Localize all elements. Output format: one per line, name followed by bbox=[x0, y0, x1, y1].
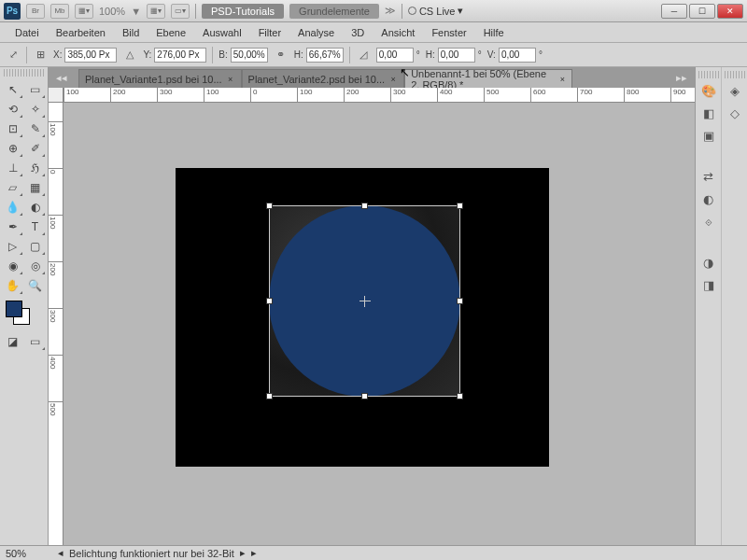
artboard[interactable] bbox=[176, 168, 549, 467]
angle-input[interactable] bbox=[376, 48, 414, 63]
tab-scroll-left[interactable]: ◂◂ bbox=[49, 67, 75, 88]
menu-fenster[interactable]: Fenster bbox=[424, 24, 473, 41]
workspace-grundelemente[interactable]: Grundelemente bbox=[289, 4, 379, 19]
status-menu-icon[interactable]: ▸ bbox=[251, 547, 257, 559]
menu-bearbeiten[interactable]: Bearbeiten bbox=[49, 24, 113, 41]
color-swatches[interactable] bbox=[0, 297, 48, 330]
styles-panel-icon[interactable]: ▣ bbox=[698, 125, 719, 146]
delta-icon[interactable]: △ bbox=[122, 48, 137, 63]
transform-handle-br[interactable] bbox=[457, 393, 463, 399]
panel-handle[interactable] bbox=[725, 71, 745, 78]
lasso-tool[interactable]: ⟲ bbox=[2, 100, 23, 119]
transform-center-icon[interactable] bbox=[359, 296, 371, 307]
horizontal-ruler[interactable]: 1002003001000100200300400500600700800900… bbox=[63, 88, 695, 103]
panel-handle[interactable] bbox=[4, 69, 44, 77]
3d-camera-tool[interactable]: ◎ bbox=[24, 257, 46, 275]
status-nav-right-icon[interactable]: ▸ bbox=[240, 547, 246, 559]
eyedropper-tool[interactable]: ✎ bbox=[24, 119, 46, 138]
zoom-dropdown-icon[interactable]: ▼ bbox=[131, 6, 141, 17]
close-button[interactable]: ✕ bbox=[717, 4, 743, 19]
menu-analyse[interactable]: Analyse bbox=[290, 24, 342, 41]
path-select-tool[interactable]: ▷ bbox=[2, 237, 23, 256]
shape-tool[interactable]: ▢ bbox=[24, 237, 46, 256]
tab-close-icon[interactable]: × bbox=[559, 75, 567, 84]
screenmode-toggle[interactable]: ▭ bbox=[24, 332, 46, 351]
paths-panel-icon[interactable]: ◇ bbox=[725, 103, 745, 123]
dodge-tool[interactable]: ◐ bbox=[24, 198, 46, 217]
transform-handle-bm[interactable] bbox=[361, 393, 368, 399]
panel-handle[interactable] bbox=[698, 71, 719, 78]
marquee-tool[interactable]: ▭ bbox=[24, 80, 46, 99]
tab-unbenannt[interactable]: Unbenannt-1 bei 50% (Ebene 2, RGB/8) *× bbox=[404, 69, 572, 88]
crop-tool[interactable]: ⊡ bbox=[2, 119, 23, 138]
menu-bild[interactable]: Bild bbox=[115, 24, 147, 41]
menu-datei[interactable]: Datei bbox=[7, 24, 47, 41]
color-panel-icon[interactable]: 🎨 bbox=[698, 80, 719, 101]
layers-panel-icon[interactable]: ◈ bbox=[725, 80, 745, 101]
heal-tool[interactable]: ⊕ bbox=[2, 139, 23, 158]
extras-button[interactable]: ▭▾ bbox=[171, 4, 190, 19]
gradient-tool[interactable]: ▦ bbox=[24, 178, 46, 197]
transform-handle-bl[interactable] bbox=[266, 393, 273, 399]
tab-planet2[interactable]: Planet_Variante2.psd bei 10...× bbox=[242, 69, 405, 88]
workspace-psdtutorials[interactable]: PSD-Tutorials bbox=[202, 4, 284, 19]
status-nav-left-icon[interactable]: ◂ bbox=[58, 547, 63, 559]
blur-tool[interactable]: 💧 bbox=[2, 198, 23, 217]
tab-planet1[interactable]: Planet_Variante1.psd bei 10...× bbox=[78, 69, 242, 88]
cslive-button[interactable]: CS Live▾ bbox=[408, 5, 464, 17]
minibridge-button[interactable]: Mb bbox=[50, 4, 69, 19]
menu-ebene[interactable]: Ebene bbox=[148, 24, 193, 41]
vertical-ruler[interactable]: 1000100200300400500 bbox=[49, 103, 63, 545]
pen-tool[interactable]: ✒ bbox=[2, 217, 23, 236]
transform-tool-icon[interactable]: ⤢ bbox=[6, 48, 21, 63]
tab-scroll-right[interactable]: ▸▸ bbox=[669, 67, 695, 88]
type-tool[interactable]: T bbox=[24, 217, 46, 236]
screen-mode-button[interactable]: ▦▾ bbox=[147, 4, 165, 19]
tab-close-icon[interactable]: × bbox=[226, 75, 235, 84]
menu-ansicht[interactable]: Ansicht bbox=[374, 24, 422, 41]
menu-auswahl[interactable]: Auswahl bbox=[195, 24, 249, 41]
minimize-button[interactable]: ─ bbox=[661, 4, 687, 19]
ruler-origin[interactable] bbox=[49, 88, 63, 103]
x-input[interactable] bbox=[64, 48, 117, 63]
link-icon[interactable]: ⚭ bbox=[274, 48, 289, 63]
brush-panel-icon[interactable]: ⟐ bbox=[698, 211, 719, 231]
hand-tool[interactable]: ✋ bbox=[2, 276, 23, 295]
width-input[interactable] bbox=[231, 48, 268, 63]
arrange-docs-button[interactable]: ▦▾ bbox=[75, 4, 93, 19]
quickmask-toggle[interactable]: ◪ bbox=[2, 332, 23, 351]
menu-filter[interactable]: Filter bbox=[251, 24, 289, 41]
history-brush-tool[interactable]: ℌ bbox=[24, 159, 46, 177]
status-zoom[interactable]: 50% bbox=[6, 548, 52, 559]
skew-h-input[interactable] bbox=[438, 48, 475, 63]
swatches-panel-icon[interactable]: ◧ bbox=[698, 103, 719, 123]
zoom-tool[interactable]: 🔍 bbox=[24, 276, 46, 295]
transform-handle-tr[interactable] bbox=[457, 203, 463, 209]
zoom-readout[interactable]: 100% bbox=[99, 6, 125, 17]
stamp-tool[interactable]: ⊥ bbox=[2, 159, 23, 177]
channels-panel-icon[interactable]: ◨ bbox=[698, 274, 719, 295]
layercomps-panel-icon[interactable]: ◑ bbox=[698, 252, 719, 273]
wand-tool[interactable]: ✧ bbox=[24, 100, 46, 119]
height-input[interactable] bbox=[306, 48, 344, 63]
canvas-viewport[interactable]: 1002003001000100200300400500600700800900… bbox=[49, 88, 695, 545]
move-tool[interactable]: ↖ bbox=[2, 80, 23, 99]
eraser-tool[interactable]: ▱ bbox=[2, 178, 23, 197]
reference-point-icon[interactable]: ⊞ bbox=[33, 48, 48, 63]
transform-handle-ml[interactable] bbox=[266, 298, 273, 304]
tab-close-icon[interactable]: × bbox=[388, 75, 398, 84]
foreground-swatch[interactable] bbox=[6, 301, 22, 317]
transform-bounding-box[interactable] bbox=[269, 205, 460, 397]
skew-v-input[interactable] bbox=[499, 48, 536, 63]
transform-handle-mr[interactable] bbox=[457, 298, 463, 304]
menu-hilfe[interactable]: Hilfe bbox=[476, 24, 512, 41]
brush-tool[interactable]: ✐ bbox=[24, 139, 46, 158]
transform-handle-tm[interactable] bbox=[361, 203, 368, 209]
masks-panel-icon[interactable]: ◐ bbox=[698, 189, 719, 209]
3d-tool[interactable]: ◉ bbox=[2, 257, 23, 275]
bridge-button[interactable]: Br bbox=[26, 4, 45, 19]
y-input[interactable] bbox=[154, 48, 206, 63]
adjustments-panel-icon[interactable]: ⇄ bbox=[698, 166, 719, 187]
transform-handle-tl[interactable] bbox=[266, 203, 273, 209]
menu-3d[interactable]: 3D bbox=[344, 24, 372, 41]
